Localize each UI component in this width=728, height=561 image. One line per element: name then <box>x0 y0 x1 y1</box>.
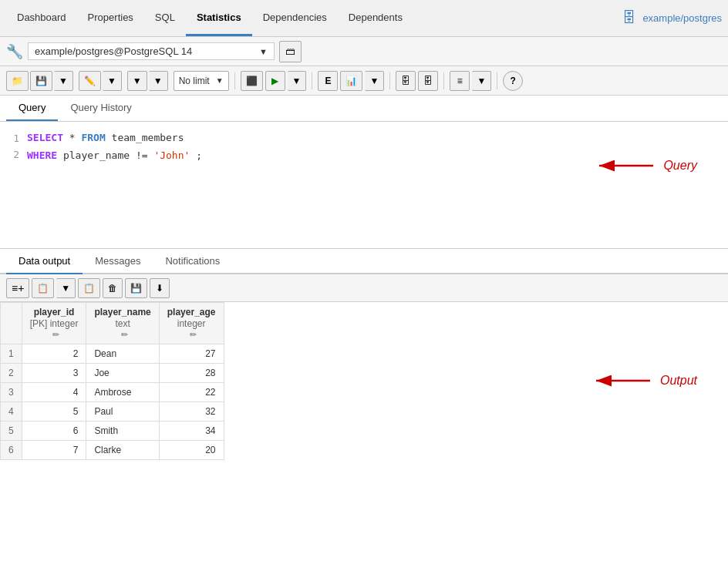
tab-notifications[interactable]: Notifications <box>153 249 232 274</box>
row-num-header <box>1 303 22 344</box>
toolbar-separator-1 <box>234 72 235 89</box>
filter-button[interactable]: ▼ <box>127 71 147 91</box>
delete-row-button[interactable]: 🗑 <box>103 278 123 298</box>
keyword-select: SELECT <box>27 132 63 143</box>
connection-bar: 🔧 example/postgres@PostgreSQL 14 ▼ 🗃 <box>0 37 728 66</box>
table-row: 56Smith34 <box>1 422 224 441</box>
results-table: player_id [PK] integer ✏ player_name tex… <box>0 302 224 460</box>
col-edit-icon-player-age[interactable]: ✏ <box>190 330 197 339</box>
chart-dropdown-button[interactable]: ▼ <box>365 71 384 91</box>
cell-player-name-1: Dean <box>86 344 159 364</box>
col-edit-icon-player-id[interactable]: ✏ <box>52 330 59 339</box>
cell-player-age-3: 22 <box>159 383 224 402</box>
copy-button[interactable]: 📋 <box>32 278 54 298</box>
output-tab-bar: Data output Messages Notifications <box>0 249 728 274</box>
help-button[interactable]: ? <box>503 71 523 91</box>
save-dropdown-button[interactable]: ▼ <box>54 71 73 91</box>
cell-player-id-2: 3 <box>22 364 86 383</box>
col-type-player-id: [PK] integer <box>30 318 79 329</box>
table-row: 23Joe28 <box>1 364 224 383</box>
col-type-player-name: text <box>94 318 150 329</box>
tab-query-history[interactable]: Query History <box>58 96 143 121</box>
output-annotation: Output <box>592 371 697 390</box>
tab-messages[interactable]: Messages <box>83 249 153 274</box>
cell-player-age-5: 34 <box>159 422 224 441</box>
table-row: 67Clarke20 <box>1 441 224 460</box>
chevron-down-icon: ▼ <box>259 47 268 56</box>
download-button[interactable]: ⬇ <box>150 278 170 298</box>
paste-button[interactable]: 📋 <box>78 278 100 298</box>
copy-dropdown-button[interactable]: ▼ <box>56 278 76 298</box>
cell-player-name-2: Joe <box>86 364 159 383</box>
keyword-where: WHERE <box>27 149 57 161</box>
row-num-4: 4 <box>1 402 22 422</box>
query-toolbar: 📁 💾 ▼ ✏️ ▼ ▼ ▼ No limit ▼ ⬛ ▶ ▼ E 📊 ▼ 🗄 … <box>0 66 728 96</box>
connect-button[interactable]: 🗃 <box>279 41 302 62</box>
connection-badge-area: 🗄 example/postgres <box>622 10 722 26</box>
cell-player-age-6: 20 <box>159 441 224 460</box>
col-name-player-age: player_age <box>167 307 216 317</box>
edit-dropdown-button[interactable]: ▼ <box>103 71 122 91</box>
connection-value: example/postgres@PostgreSQL 14 <box>35 45 192 57</box>
tab-properties[interactable]: Properties <box>77 1 144 36</box>
tab-sql[interactable]: SQL <box>144 1 186 36</box>
output-toolbar: ≡+ 📋 ▼ 📋 🗑 💾 ⬇ <box>0 274 728 302</box>
save-data-button[interactable]: 💾 <box>125 278 147 298</box>
col-type-player-age: integer <box>167 318 216 329</box>
cell-player-age-4: 32 <box>159 402 224 422</box>
col-header-player-id: player_id [PK] integer ✏ <box>22 303 86 344</box>
data-output-button[interactable]: 🗄 <box>418 71 438 91</box>
save-button[interactable]: 💾 <box>30 71 52 91</box>
add-row-button[interactable]: ≡+ <box>6 278 29 298</box>
row-num-2: 2 <box>1 364 22 383</box>
data-input-button[interactable]: 🗄 <box>396 71 416 91</box>
toolbar-separator-2 <box>312 72 312 89</box>
line-num-2: 2 <box>0 147 19 163</box>
tab-statistics[interactable]: Statistics <box>186 1 252 36</box>
line-numbers: 1 2 <box>0 129 27 240</box>
filter-group: ▼ ▼ <box>127 71 168 91</box>
query-annotation: Query <box>595 156 697 175</box>
database-icon: 🗄 <box>622 10 636 26</box>
explain-button[interactable]: E <box>318 71 338 91</box>
toolbar-separator-3 <box>389 72 390 89</box>
tab-query[interactable]: Query <box>6 96 58 121</box>
file-group: 📁 💾 ▼ <box>6 71 73 91</box>
code-area[interactable]: SELECT * FROM team_members WHERE player_… <box>27 129 728 240</box>
filter-dropdown-button[interactable]: ▼ <box>149 71 168 91</box>
tab-dependencies[interactable]: Dependencies <box>252 1 338 36</box>
run-button[interactable]: ▶ <box>265 71 285 91</box>
code-line-1: SELECT * FROM team_members <box>27 129 728 147</box>
col-name-player-id: player_id <box>30 307 79 317</box>
cell-player-id-5: 6 <box>22 422 86 441</box>
code-table: team_members <box>112 132 184 143</box>
cell-player-id-4: 5 <box>22 402 86 422</box>
stop-button[interactable]: ⬛ <box>241 71 263 91</box>
edit-button[interactable]: ✏️ <box>79 71 101 91</box>
top-nav-bar: Dashboard Properties SQL Statistics Depe… <box>0 0 728 37</box>
data-output-area: player_id [PK] integer ✏ player_name tex… <box>0 302 728 554</box>
table-row: 12Dean27 <box>1 344 224 364</box>
limit-dropdown[interactable]: No limit ▼ <box>174 71 229 91</box>
connection-dropdown[interactable]: example/postgres@PostgreSQL 14 ▼ <box>28 42 275 60</box>
col-name-player-name: player_name <box>94 307 150 317</box>
open-file-button[interactable]: 📁 <box>6 71 29 91</box>
run-dropdown-button[interactable]: ▼ <box>288 71 307 91</box>
tab-data-output[interactable]: Data output <box>6 249 83 274</box>
table-row: 45Paul32 <box>1 402 224 422</box>
macros-dropdown-button[interactable]: ▼ <box>472 71 491 91</box>
table-row: 34Ambrose22 <box>1 383 224 402</box>
macros-button[interactable]: ≡ <box>450 71 470 91</box>
line-num-1: 1 <box>0 131 19 147</box>
chart-button[interactable]: 📊 <box>340 71 362 91</box>
tab-dependents[interactable]: Dependents <box>338 1 413 36</box>
query-editor[interactable]: 1 2 SELECT * FROM team_members WHERE pla… <box>0 122 728 249</box>
code-condition: player_name != <box>63 149 153 161</box>
database-stack-icon: 🗃 <box>285 45 295 57</box>
cell-player-name-5: Smith <box>86 422 159 441</box>
cell-player-name-4: Paul <box>86 402 159 422</box>
col-edit-icon-player-name[interactable]: ✏ <box>121 330 128 339</box>
tab-dashboard[interactable]: Dashboard <box>6 1 77 36</box>
data-table-wrap[interactable]: player_id [PK] integer ✏ player_name tex… <box>0 302 728 554</box>
limit-value: No limit <box>179 76 210 86</box>
